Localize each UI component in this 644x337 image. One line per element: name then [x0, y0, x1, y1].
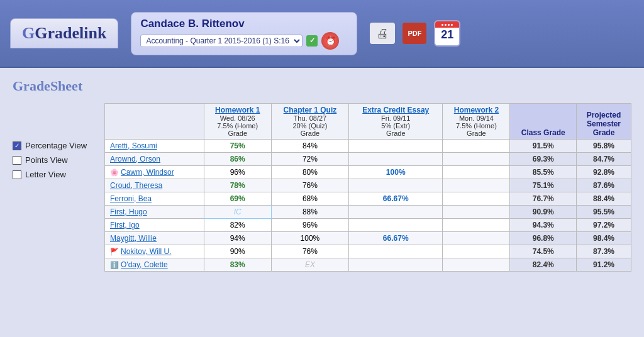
calendar-dot	[441, 24, 443, 26]
students-tbody: Aretti, Sosumi75%84%91.5%95.8%Arownd, Or…	[105, 140, 631, 272]
table-row: Arownd, Orson86%72%69.3%84.7%	[105, 153, 631, 166]
logo-label: Gradelink	[35, 24, 106, 42]
grade-cell-1-3	[443, 153, 510, 166]
ec-pct: 5% (Extr)	[354, 122, 437, 130]
projected-grade-cell-8: 87.3%	[577, 245, 631, 258]
grade-cell-2-0: 96%	[204, 166, 271, 179]
view-checkbox-0[interactable]: ✓	[13, 141, 21, 150]
hw2-type: Grade	[448, 130, 504, 137]
class-grade-cell-1: 69.3%	[510, 153, 577, 166]
student-name-cell-8[interactable]: 🚩Nokitov, Will U.	[105, 245, 204, 258]
grade-cell-6-3	[443, 219, 510, 232]
main-content: GradeSheet ✓Percentage ViewPoints ViewLe…	[0, 68, 644, 337]
app-header: GGradelink Candace B. Rittenov Accountin…	[0, 0, 644, 68]
view-option-1[interactable]: Points View	[13, 155, 94, 165]
class-grade-cell-7: 96.8%	[510, 232, 577, 245]
pdf-icon[interactable]: PDF	[402, 23, 426, 44]
ec-essay-header: Extra Credit Essay Fri. 09/11 5% (Extr) …	[349, 104, 443, 140]
grade-cell-2-3	[443, 166, 510, 179]
table-row: Aretti, Sosumi75%84%91.5%95.8%	[105, 140, 631, 153]
quiz1-name: Chapter 1 Quiz	[277, 106, 343, 114]
student-name-cell-7[interactable]: Maygitt, Willie	[105, 232, 204, 245]
grade-cell-5-0: IC	[204, 206, 271, 219]
view-checkbox-1[interactable]	[13, 156, 21, 165]
student-name-cell-1[interactable]: Arownd, Orson	[105, 153, 204, 166]
grade-cell-5-2	[349, 206, 443, 219]
calendar-top	[435, 21, 459, 28]
page-title: GradeSheet	[13, 78, 631, 94]
course-select[interactable]: Accounting - Quarter 1 2015-2016 (1) S:1…	[140, 35, 303, 47]
student-name-cell-9[interactable]: ℹ️O'day, Colette	[105, 258, 204, 272]
grade-cell-5-1: 88%	[271, 206, 348, 219]
view-option-2[interactable]: Letter View	[13, 170, 94, 179]
student-info-panel: Candace B. Rittenov Accounting - Quarter…	[131, 12, 357, 55]
quiz1-type: Grade	[277, 130, 343, 137]
view-label-0: Percentage View	[25, 141, 87, 150]
clock-icon: ⏰	[321, 32, 339, 50]
quiz1-pct: 20% (Quiz)	[277, 122, 343, 130]
hw2-header: Homework 2 Mon. 09/14 7.5% (Home) Grade	[443, 104, 510, 140]
grade-cell-1-1: 72%	[271, 153, 348, 166]
grade-cell-6-0: 82%	[204, 219, 271, 232]
table-row: Maygitt, Willie94%100%66.67%96.8%98.4%	[105, 232, 631, 245]
student-name-cell-4[interactable]: Ferroni, Bea	[105, 192, 204, 206]
grade-cell-0-2	[349, 140, 443, 153]
student-name-cell-6[interactable]: First, Igo	[105, 219, 204, 232]
calendar-icon: 21	[434, 20, 460, 47]
projected-grade-cell-9: 91.2%	[577, 258, 631, 272]
projected-grade-cell-3: 87.6%	[577, 179, 631, 192]
table-row: First, HugoIC88%90.9%95.5%	[105, 206, 631, 219]
grade-cell-3-0: 78%	[204, 179, 271, 192]
quiz1-header: Chapter 1 Quiz Thu. 08/27 20% (Quiz) Gra…	[271, 104, 348, 140]
student-icon-9: ℹ️	[110, 261, 119, 269]
print-icon[interactable]: 🖨	[370, 23, 395, 44]
class-grade-cell-9: 82.4%	[510, 258, 577, 272]
table-header-row: Homework 1 Wed. 08/26 7.5% (Home) Grade …	[105, 104, 631, 140]
hw2-date: Mon. 09/14	[448, 114, 504, 122]
header-actions: 🖨 PDF 21	[370, 20, 460, 47]
student-name-cell-3[interactable]: Croud, Theresa	[105, 179, 204, 192]
calendar-dots	[441, 24, 453, 26]
grade-cell-1-0: 86%	[204, 153, 271, 166]
grade-cell-6-2	[349, 219, 443, 232]
class-grade-cell-8: 74.5%	[510, 245, 577, 258]
calendar-dot	[451, 24, 453, 26]
check-icon[interactable]: ✓	[306, 35, 318, 47]
ec-name: Extra Credit Essay	[354, 106, 437, 114]
ec-date: Fri. 09/11	[354, 114, 437, 122]
class-grade-cell-3: 75.1%	[510, 179, 577, 192]
grade-cell-3-3	[443, 179, 510, 192]
grade-table: Homework 1 Wed. 08/26 7.5% (Home) Grade …	[104, 103, 631, 272]
view-checkbox-2[interactable]	[13, 170, 21, 179]
grade-cell-4-3	[443, 192, 510, 206]
course-info: Accounting - Quarter 1 2015-2016 (1) S:1…	[140, 32, 348, 50]
grade-cell-3-1: 76%	[271, 179, 348, 192]
view-label-2: Letter View	[25, 170, 66, 179]
calendar-dot	[445, 24, 447, 26]
student-col-header	[105, 104, 204, 140]
hw1-type: Grade	[209, 130, 266, 137]
student-name-cell-2[interactable]: 🌸Cawm, Windsor	[105, 166, 204, 179]
table-row: Croud, Theresa78%76%75.1%87.6%	[105, 179, 631, 192]
grade-cell-8-2	[349, 245, 443, 258]
class-grade-cell-6: 94.3%	[510, 219, 577, 232]
quiz1-date: Thu. 08/27	[277, 114, 343, 122]
student-name-cell-0[interactable]: Aretti, Sosumi	[105, 140, 204, 153]
grade-cell-5-3	[443, 206, 510, 219]
hw1-date: Wed. 08/26	[209, 114, 266, 122]
grade-cell-7-3	[443, 232, 510, 245]
grade-cell-0-3	[443, 140, 510, 153]
logo-tab: GGradelink	[10, 18, 118, 48]
logo-text: GGradelink	[22, 24, 106, 42]
calendar-dot	[448, 24, 450, 26]
table-row: First, Igo82%96%94.3%97.2%	[105, 219, 631, 232]
grade-cell-8-3	[443, 245, 510, 258]
ec-type: Grade	[354, 130, 437, 137]
class-grade-cell-5: 90.9%	[510, 206, 577, 219]
grade-cell-4-2: 66.67%	[349, 192, 443, 206]
content-area: ✓Percentage ViewPoints ViewLetter View H…	[13, 103, 631, 272]
projected-grade-cell-1: 84.7%	[577, 153, 631, 166]
hw2-pct: 7.5% (Home)	[448, 122, 504, 130]
student-name-cell-5[interactable]: First, Hugo	[105, 206, 204, 219]
view-option-0[interactable]: ✓Percentage View	[13, 141, 94, 150]
